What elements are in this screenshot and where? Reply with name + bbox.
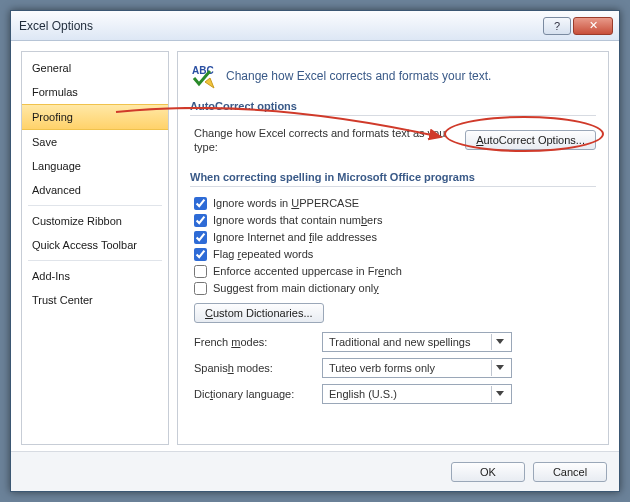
label-dictionary-language: Dictionary language: [194,388,314,400]
sidebar-item-save[interactable]: Save [22,130,168,154]
select-spanish-modes[interactable]: Tuteo verb forms only [322,358,512,378]
chk-enforce-accented[interactable] [194,265,207,278]
chk-ignore-internet[interactable] [194,231,207,244]
excel-options-dialog: Excel Options ? ✕ General Formulas Proof… [10,10,620,492]
sidebar-item-trust-center[interactable]: Trust Center [22,288,168,312]
chevron-down-icon [491,360,507,376]
sidebar-divider [28,205,162,206]
autocorrect-desc: Change how Excel corrects and formats te… [194,126,455,155]
close-button[interactable]: ✕ [573,17,613,35]
sidebar-item-general[interactable]: General [22,56,168,80]
sidebar-divider [28,260,162,261]
label-spanish-modes: Spanish modes: [194,362,314,374]
cancel-button[interactable]: Cancel [533,462,607,482]
label-french-modes: French modes: [194,336,314,348]
lbl-enforce-accented: Enforce accented uppercase in French [213,265,402,277]
window-buttons: ? ✕ [541,17,613,35]
window-title: Excel Options [19,19,541,33]
lbl-ignore-numbers: Ignore words that contain numbers [213,214,382,226]
chk-main-dict-only[interactable] [194,282,207,295]
sidebar-item-quick-access-toolbar[interactable]: Quick Access Toolbar [22,233,168,257]
custom-dictionaries-button[interactable]: Custom Dictionaries... [194,303,324,323]
proofing-icon: ABC [190,62,218,90]
chevron-down-icon [491,386,507,402]
select-french-modes[interactable]: Traditional and new spellings [322,332,512,352]
sidebar-item-formulas[interactable]: Formulas [22,80,168,104]
ok-button[interactable]: OK [451,462,525,482]
lbl-ignore-uppercase: Ignore words in UPPERCASE [213,197,359,209]
help-button[interactable]: ? [543,17,571,35]
svg-text:ABC: ABC [192,65,214,76]
sidebar-item-language[interactable]: Language [22,154,168,178]
section-spelling: When correcting spelling in Microsoft Of… [190,171,596,187]
sidebar-item-advanced[interactable]: Advanced [22,178,168,202]
sidebar-item-add-ins[interactable]: Add-Ins [22,264,168,288]
chevron-down-icon [491,334,507,350]
chk-ignore-numbers[interactable] [194,214,207,227]
sidebar-item-proofing[interactable]: Proofing [22,104,168,130]
autocorrect-options-button[interactable]: AutoCorrect Options... [465,130,596,150]
select-dictionary-language[interactable]: English (U.S.) [322,384,512,404]
category-sidebar: General Formulas Proofing Save Language … [21,51,169,445]
page-header: Change how Excel corrects and formats yo… [226,69,491,83]
dialog-footer: OK Cancel [11,451,619,491]
lbl-main-dict-only: Suggest from main dictionary only [213,282,379,294]
sidebar-item-customize-ribbon[interactable]: Customize Ribbon [22,209,168,233]
lbl-ignore-internet: Ignore Internet and file addresses [213,231,377,243]
main-panel: ABC Change how Excel corrects and format… [177,51,609,445]
titlebar: Excel Options ? ✕ [11,11,619,41]
lbl-flag-repeated: Flag repeated words [213,248,313,260]
chk-flag-repeated[interactable] [194,248,207,261]
chk-ignore-uppercase[interactable] [194,197,207,210]
section-autocorrect: AutoCorrect options [190,100,596,116]
